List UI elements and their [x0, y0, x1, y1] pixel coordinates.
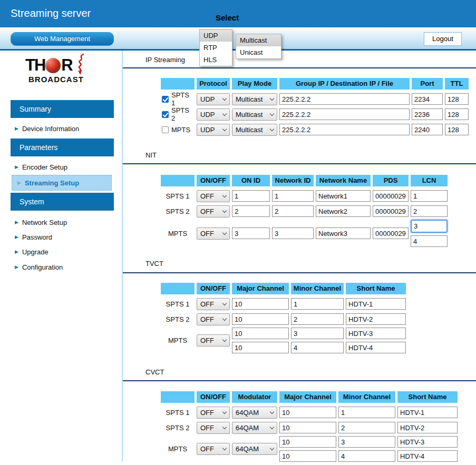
minor-channel-input[interactable] — [338, 436, 395, 448]
group-ip-input[interactable] — [279, 108, 410, 120]
major-channel-input[interactable] — [232, 313, 289, 325]
minor-channel-input[interactable] — [338, 422, 395, 433]
dropdown-option-hls[interactable]: HLS — [200, 54, 232, 66]
short-name-input[interactable] — [346, 328, 406, 339]
short-name-input[interactable] — [397, 407, 458, 418]
spts1-checkbox[interactable] — [162, 96, 169, 103]
pds-input[interactable] — [373, 190, 409, 202]
lcn-input[interactable] — [411, 205, 448, 217]
sidebar-item-device-information[interactable]: ▶ Device Information — [15, 123, 79, 134]
sidebar-item-streaming-setup[interactable]: ▶ Streaming Setup — [12, 175, 112, 191]
sidebar-item-encoder-setup[interactable]: ▶ Encoder Setup — [15, 162, 67, 172]
section-divider — [123, 272, 476, 273]
short-name-input[interactable] — [346, 298, 406, 310]
on-id-input[interactable] — [232, 205, 270, 217]
logout-button[interactable]: Logout — [424, 32, 462, 46]
web-management-button[interactable]: Web Management — [11, 32, 114, 46]
network-id-input[interactable] — [272, 205, 314, 217]
sidebar-item-network-setup[interactable]: ▶ Network Setup — [15, 217, 67, 227]
major-channel-input[interactable] — [279, 450, 336, 462]
onoff-select[interactable]: OFF — [197, 334, 230, 347]
modulator-select[interactable]: 64QAM — [232, 407, 277, 419]
sidebar-item-upgrade[interactable]: ▶ Upgrade — [15, 246, 48, 257]
play-mode-select[interactable]: Multicast — [232, 108, 277, 121]
protocol-select[interactable]: UDP — [197, 124, 230, 136]
onoff-select[interactable]: OFF — [197, 298, 230, 310]
major-channel-input[interactable] — [232, 328, 289, 339]
protocol-select[interactable]: UDP — [197, 93, 230, 105]
chevron-down-icon — [222, 193, 227, 197]
minor-channel-input[interactable] — [291, 328, 344, 339]
network-name-input[interactable] — [316, 227, 371, 239]
nit-title: NIT — [145, 151, 157, 159]
play-mode-select[interactable]: Multicast — [232, 124, 277, 136]
sidebar-section-summary[interactable]: Summary — [11, 100, 114, 118]
dropdown-option-rtp[interactable]: RTP — [200, 42, 232, 54]
network-id-input[interactable] — [272, 227, 314, 239]
on-id-input[interactable] — [232, 190, 270, 202]
network-id-input[interactable] — [272, 190, 314, 202]
short-name-input[interactable] — [397, 436, 458, 448]
ttl-input[interactable] — [445, 93, 469, 105]
minor-channel-input[interactable] — [291, 313, 344, 325]
sidebar-section-system[interactable]: System — [11, 193, 114, 211]
chevron-down-icon — [222, 301, 227, 305]
onoff-select[interactable]: OFF — [197, 443, 230, 455]
short-name-input[interactable] — [397, 422, 458, 433]
port-input[interactable] — [412, 124, 443, 135]
chevron-down-icon — [270, 126, 274, 131]
short-name-input[interactable] — [397, 450, 458, 462]
group-ip-input[interactable] — [279, 93, 410, 105]
modulator-select[interactable]: 64QAM — [232, 443, 277, 455]
protocol-select[interactable]: UDP — [197, 108, 230, 121]
sidebar-item-password[interactable]: ▶ Password — [15, 232, 52, 242]
lcn-input[interactable] — [411, 190, 448, 202]
pds-input[interactable] — [373, 205, 409, 217]
on-id-input[interactable] — [232, 227, 270, 239]
minor-channel-input[interactable] — [338, 450, 395, 462]
short-name-input[interactable] — [346, 313, 406, 325]
ttl-input[interactable] — [445, 108, 469, 120]
table-row: SPTS 1 UDP Multicast — [161, 92, 469, 106]
logo-text-th: TH — [25, 56, 45, 75]
spts2-checkbox[interactable] — [162, 111, 169, 118]
major-channel-input[interactable] — [279, 407, 336, 418]
pds-input[interactable] — [373, 227, 409, 239]
playmode-dropdown-list: Multicast Unicast — [236, 34, 281, 59]
onoff-select[interactable]: OFF — [197, 227, 230, 240]
major-channel-input[interactable] — [279, 422, 336, 433]
short-name-input[interactable] — [346, 342, 406, 353]
ttl-input[interactable] — [445, 124, 469, 135]
table-row: SPTS 2 OFF — [161, 204, 448, 218]
onoff-select[interactable]: OFF — [197, 407, 230, 419]
lcn-input[interactable] — [411, 235, 448, 247]
section-divider — [123, 67, 476, 68]
triangle-right-icon: ▶ — [15, 126, 18, 131]
table-row: SPTS 2 OFF — [161, 312, 406, 326]
sidebar-item-configuration[interactable]: ▶ Configuration — [15, 262, 63, 272]
chevron-down-icon — [222, 126, 227, 131]
major-channel-input[interactable] — [279, 436, 336, 448]
major-channel-input[interactable] — [232, 342, 289, 353]
minor-channel-input[interactable] — [338, 407, 395, 418]
dropdown-option-unicast[interactable]: Unicast — [236, 46, 281, 58]
dropdown-option-multicast[interactable]: Multicast — [236, 34, 281, 46]
network-name-input[interactable] — [316, 205, 371, 217]
play-mode-select[interactable]: Multicast — [232, 93, 277, 105]
sidebar-section-parameters[interactable]: Parameters — [11, 138, 114, 156]
network-name-input[interactable] — [316, 190, 371, 202]
onoff-select[interactable]: OFF — [197, 422, 230, 434]
port-input[interactable] — [412, 108, 443, 120]
onoff-select[interactable]: OFF — [197, 313, 230, 325]
minor-channel-input[interactable] — [291, 298, 344, 310]
onoff-select[interactable]: OFF — [197, 205, 230, 217]
minor-channel-input[interactable] — [291, 342, 344, 353]
group-ip-input[interactable] — [279, 124, 410, 135]
dropdown-option-udp[interactable]: UDP — [200, 29, 232, 42]
onoff-select[interactable]: OFF — [197, 190, 230, 202]
port-input[interactable] — [412, 93, 443, 105]
mpts-checkbox[interactable] — [162, 126, 169, 133]
modulator-select[interactable]: 64QAM — [232, 422, 277, 434]
major-channel-input[interactable] — [232, 298, 289, 310]
lcn-input-focused[interactable] — [411, 220, 448, 233]
